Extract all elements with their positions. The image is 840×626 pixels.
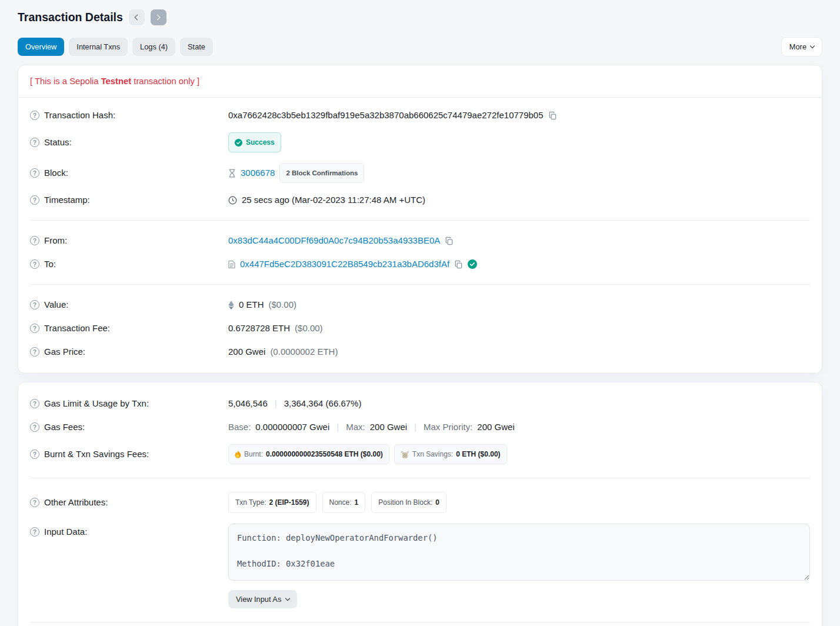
position-in-block-key: Position In Block: [378,496,432,509]
separator: | [334,421,341,434]
section-from-to: ? From: 0x83dC44a4C00DFf69d0A0c7c94B20b5… [18,223,822,282]
gas-price-label: Gas Price: [44,345,85,358]
help-icon[interactable]: ? [30,138,39,147]
value-amount: 0 ETH [239,298,264,311]
help-icon[interactable]: ? [30,527,39,537]
help-icon[interactable]: ? [30,347,39,357]
help-icon[interactable]: ? [30,449,39,459]
from-address-link[interactable]: 0x83dC44a4C00DFf69d0A0c7c94B20b53a4933BE… [228,234,440,247]
more-dropdown-button[interactable]: More [781,37,822,56]
testnet-banner-text: [ This is a Sepolia [30,76,101,86]
separator: | [272,397,279,410]
timestamp-value: 25 secs ago (Mar-02-2023 11:27:48 AM +UT… [242,194,425,207]
other-attributes-label: Other Attributes: [44,496,108,509]
txn-savings-badge: Txn Savings: 0 ETH ($0.00) [394,444,507,464]
overview-card-secondary: ? Gas Limit & Usage by Txn: 5,046,546 | … [18,382,822,626]
copy-to-address-button[interactable] [454,260,463,269]
tab-state[interactable]: State [180,38,213,56]
tab-internal-txns[interactable]: Internal Txns [69,38,128,56]
position-in-block-value: 0 [435,496,439,509]
transaction-hash-row: ? Transaction Hash: 0xa7662428c3b5eb1329… [30,104,810,127]
next-transaction-button[interactable] [151,9,166,25]
copy-icon [445,237,454,245]
status-badge: Success [228,132,281,152]
max-fee-label: Max: [346,421,365,434]
value-row: ? Value: 0 ETH ($0.00) [30,293,810,317]
help-icon[interactable]: ? [30,111,39,120]
burnt-badge-value: 0.000000000023550548 ETH ($0.00) [266,448,383,461]
help-icon[interactable]: ? [30,236,39,245]
block-label: Block: [44,167,68,179]
page-header: Transaction Details [18,0,822,34]
transaction-hash-label-group: ? Transaction Hash: [30,109,228,122]
tab-overview[interactable]: Overview [18,38,64,56]
tab-logs[interactable]: Logs (4) [132,38,175,56]
max-priority-fee-label: Max Priority: [424,421,472,434]
txn-savings-badge-label: Txn Savings: [412,448,453,461]
burnt-savings-label: Burnt & Txn Savings Fees: [44,448,149,461]
gas-limit-label-group: ? Gas Limit & Usage by Txn: [30,397,228,410]
status-label-group: ? Status: [30,136,228,149]
transaction-fee-amount: 0.6728728 ETH [228,322,290,335]
copy-hash-button[interactable] [548,111,557,120]
to-address-link[interactable]: 0x447Fd5eC2D383091C22B8549cb231a3bAD6d3f… [240,258,449,271]
divider [30,622,810,622]
divider [30,478,810,478]
nonce-value: 1 [355,496,359,509]
page-title: Transaction Details [18,11,123,24]
gas-fees-label: Gas Fees: [44,421,85,434]
help-icon[interactable]: ? [30,422,39,432]
base-fee-label: Base: [228,421,251,434]
transaction-hash-value: 0xa7662428c3b5eb1329fbaf919e5a32b3870ab6… [228,109,544,122]
status-label: Status: [44,136,72,149]
burnt-savings-label-group: ? Burnt & Txn Savings Fees: [30,448,228,461]
burnt-savings-row: ? Burnt & Txn Savings Fees: Burnt: 0.000… [30,439,810,470]
copy-from-address-button[interactable] [445,237,454,245]
view-input-as-button[interactable]: View Input As [228,590,297,608]
input-data-label-group: ? Input Data: [30,524,228,538]
other-attributes-label-group: ? Other Attributes: [30,496,228,509]
tabs-row: Overview Internal Txns Logs (4) State Mo… [18,37,822,56]
input-data-row: ? Input Data: Function: deployNewOperato… [30,518,810,614]
chevron-left-icon [135,15,141,21]
timestamp-label-group: ? Timestamp: [30,194,228,207]
gas-price-amount: 200 Gwei [228,345,265,358]
to-row: ? To: 0x447Fd5eC2D383091C22B8549cb231a3b… [30,252,810,276]
from-label: From: [44,234,67,247]
testnet-banner: [ This is a Sepolia Testnet transaction … [18,65,822,98]
help-icon[interactable]: ? [30,168,39,178]
transaction-fee-row: ? Transaction Fee: 0.6728728 ETH ($0.00) [30,317,810,340]
txn-type-value: 2 (EIP-1559) [269,496,309,509]
overview-card-primary: [ This is a Sepolia Testnet transaction … [18,65,822,374]
help-icon[interactable]: ? [30,324,39,333]
help-icon[interactable]: ? [30,300,39,309]
help-icon[interactable]: ? [30,259,39,269]
burnt-badge-label: Burnt: [244,448,263,461]
chevron-down-icon [285,596,290,601]
from-row: ? From: 0x83dC44a4C00DFf69d0A0c7c94B20b5… [30,229,810,252]
help-icon[interactable]: ? [30,498,39,507]
money-wings-icon [401,451,409,458]
from-label-group: ? From: [30,234,228,247]
section-value-fees: ? Value: 0 ETH ($0.00) ? Transaction Fee… [18,287,822,373]
txn-type-key: Txn Type: [235,496,266,509]
divider [30,284,810,285]
value-label-group: ? Value: [30,298,228,311]
timestamp-row: ? Timestamp: 25 secs ago (Mar-02-2023 11… [30,188,810,212]
nonce-key: Nonce: [329,496,352,509]
section-hash-status: ? Transaction Hash: 0xa7662428c3b5eb1329… [18,98,822,218]
testnet-banner-text-2: transaction only ] [131,76,199,86]
transaction-fee-label-group: ? Transaction Fee: [30,322,228,335]
previous-transaction-button[interactable] [129,9,145,25]
transaction-fee-usd: ($0.00) [295,322,323,335]
block-number-link[interactable]: 3006678 [241,167,275,179]
transaction-details-page: Transaction Details Overview Internal Tx… [0,0,840,626]
input-data-textarea[interactable]: Function: deployNewOperatorAndForwarder(… [228,524,810,581]
burnt-badge: Burnt: 0.000000000023550548 ETH ($0.00) [228,444,389,464]
help-icon[interactable]: ? [30,195,39,205]
other-attributes-row: ? Other Attributes: Txn Type: 2 (EIP-155… [30,487,810,518]
position-in-block-badge: Position In Block: 0 [371,492,446,513]
help-icon[interactable]: ? [30,399,39,408]
transaction-fee-label: Transaction Fee: [44,322,110,335]
gas-price-row: ? Gas Price: 200 Gwei (0.0000002 ETH) [30,340,810,364]
